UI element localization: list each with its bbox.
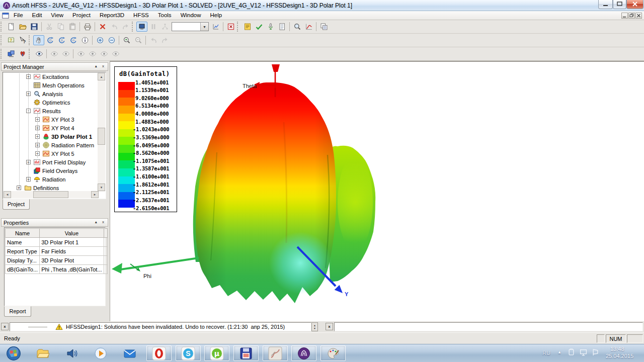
report-tab[interactable]: Report: [4, 306, 31, 317]
mdi-minimize-button[interactable]: [621, 13, 628, 19]
menu-window[interactable]: Window: [176, 11, 206, 20]
scroll-thumb[interactable]: [98, 128, 105, 145]
properties-header[interactable]: Properties ▴ x: [1, 218, 108, 227]
tree-item-optimetrics[interactable]: Optimetrics: [3, 99, 98, 107]
pause-icon[interactable]: [147, 21, 159, 32]
tree-item-field-overlays[interactable]: Field Overlays: [3, 167, 98, 175]
close-button[interactable]: [626, 0, 643, 9]
zoomout-icon[interactable]: [106, 35, 117, 46]
redo-icon[interactable]: [120, 21, 131, 32]
magminus-icon[interactable]: [132, 35, 144, 46]
undo-icon[interactable]: [108, 21, 120, 32]
taskbar-opera-app[interactable]: [146, 345, 172, 361]
scroll-down-button[interactable]: ▼: [98, 184, 105, 191]
taskbar-backup-app[interactable]: [233, 345, 259, 361]
scroll-thumb[interactable]: [33, 191, 68, 198]
solution-combo[interactable]: ▼: [172, 22, 209, 31]
project-manager-header[interactable]: Project Manager ▴ x: [1, 62, 108, 71]
save-icon[interactable]: [28, 21, 40, 32]
pan-icon[interactable]: [33, 35, 44, 45]
panel-buttons[interactable]: ▴ x: [95, 64, 106, 68]
scroll-up-button[interactable]: ▲: [98, 73, 105, 80]
distrib-icon[interactable]: [159, 21, 171, 32]
tree-item-excitations[interactable]: +Excitations: [3, 73, 98, 81]
properties-row[interactable]: Name3D Polar Plot 1: [6, 238, 108, 247]
tree-item-radiation-pattern[interactable]: +Radiation Pattern: [3, 141, 98, 150]
message-spinner[interactable]: ▲▼: [311, 322, 318, 331]
print-icon[interactable]: [82, 21, 93, 32]
properties-row[interactable]: dB(GainTo...Phi ,Theta ,dB(GainTot...: [6, 265, 108, 274]
tree-item-mesh-operations[interactable]: Mesh Operations: [3, 81, 98, 90]
eyeg3-icon[interactable]: [75, 48, 87, 59]
tree-item-label[interactable]: Excitations: [42, 74, 69, 80]
menu-hfss[interactable]: HFSS: [129, 11, 153, 20]
viewredo-icon[interactable]: [159, 35, 171, 46]
delete-icon[interactable]: [97, 21, 108, 32]
rotate2-icon[interactable]: [56, 35, 67, 46]
action-center-icon[interactable]: [568, 351, 575, 357]
tree-item-label[interactable]: Analysis: [42, 91, 63, 97]
scroll-right-button[interactable]: ►: [91, 191, 99, 198]
tree-item-label[interactable]: Port Field Display: [42, 159, 86, 165]
mdi-close-button[interactable]: [635, 13, 642, 19]
mic-icon[interactable]: [265, 21, 276, 32]
tree-item-label[interactable]: Radiation: [42, 176, 65, 183]
info-icon[interactable]: [79, 35, 91, 46]
taskbar-start-button[interactable]: [1, 345, 26, 361]
menu-project[interactable]: Project: [68, 11, 95, 20]
minimize-button[interactable]: [598, 0, 613, 9]
zoomprev-icon[interactable]: [291, 21, 303, 32]
taskbar-media-player-app[interactable]: [88, 345, 113, 361]
taskbar-skype-app[interactable]: S: [176, 345, 201, 361]
magplus-icon[interactable]: [121, 35, 132, 46]
menu-report3d[interactable]: Report3D: [95, 11, 129, 20]
vars-icon[interactable]: [210, 21, 221, 32]
tree-item-label[interactable]: XY Plot 5: [51, 151, 74, 157]
tree-item-label[interactable]: Optimetrics: [42, 100, 70, 106]
printer3d-icon[interactable]: [5, 48, 17, 59]
tree-item-label[interactable]: XY Plot 3: [51, 117, 74, 123]
taskbar-ansoft-hfss-app[interactable]: [291, 345, 316, 361]
tree-item-label[interactable]: Field Overlays: [42, 168, 77, 174]
eyeg6-icon[interactable]: [110, 48, 121, 59]
taskbar-cables-app[interactable]: [263, 345, 288, 361]
eyeg2-icon[interactable]: [60, 48, 71, 59]
radiation-pattern-3d[interactable]: Theta Phi Y: [110, 62, 644, 321]
mdi-restore-button[interactable]: [628, 13, 635, 19]
display-icon[interactable]: [579, 351, 588, 357]
tree-item-analysis[interactable]: +Analysis: [3, 90, 98, 99]
tray-date[interactable]: 25.04.2015: [606, 353, 633, 359]
menu-help[interactable]: Help: [206, 11, 227, 20]
tree-item-label[interactable]: Radiation Pattern: [51, 142, 94, 148]
chevron-down-icon[interactable]: ▼: [200, 23, 208, 31]
rotate3-icon[interactable]: [67, 35, 79, 46]
menu-file[interactable]: File: [9, 11, 28, 20]
network-icon[interactable]: [592, 351, 599, 357]
tree-item-xy-plot-5[interactable]: +XY Plot 5: [3, 150, 98, 158]
msglog-icon[interactable]: [242, 21, 253, 32]
eye-icon[interactable]: [33, 48, 45, 59]
properties-row[interactable]: Report TypeFar Fields: [6, 247, 108, 256]
helparrow-icon[interactable]: ?: [17, 35, 28, 46]
eyeg5-icon[interactable]: [98, 48, 110, 59]
properties-row[interactable]: Display Ty...3D Polar Plot: [6, 256, 108, 265]
menu-edit[interactable]: Edit: [28, 11, 47, 20]
copyimg-icon[interactable]: [318, 21, 330, 32]
taskbar-volume-app[interactable]: [59, 345, 85, 361]
document-icon[interactable]: [2, 12, 9, 20]
taskbar-utorrent-app[interactable]: µ: [204, 345, 229, 361]
menu-view[interactable]: View: [46, 11, 68, 20]
tree-item-label[interactable]: 3D Polar Plot 1: [51, 134, 92, 140]
maximize-button[interactable]: [613, 0, 626, 9]
new-icon[interactable]: [5, 21, 17, 32]
scroll-left-button[interactable]: ◄: [4, 191, 11, 198]
tree-item-label[interactable]: Mesh Operations: [42, 82, 85, 88]
menu-tools[interactable]: Tools: [153, 11, 176, 20]
message-close-button[interactable]: x: [1, 323, 9, 330]
tree-item-label[interactable]: XY Plot 4: [51, 125, 74, 131]
analyze-icon[interactable]: [136, 22, 147, 32]
tree-item-xy-plot-4[interactable]: +XY Plot 4: [3, 124, 98, 133]
plot-area[interactable]: Theta Phi Y dB(GainTotal) 1.4051e+0011.1…: [110, 61, 644, 321]
eyeg4-icon[interactable]: [87, 48, 98, 59]
butterfly-icon[interactable]: [17, 48, 28, 59]
